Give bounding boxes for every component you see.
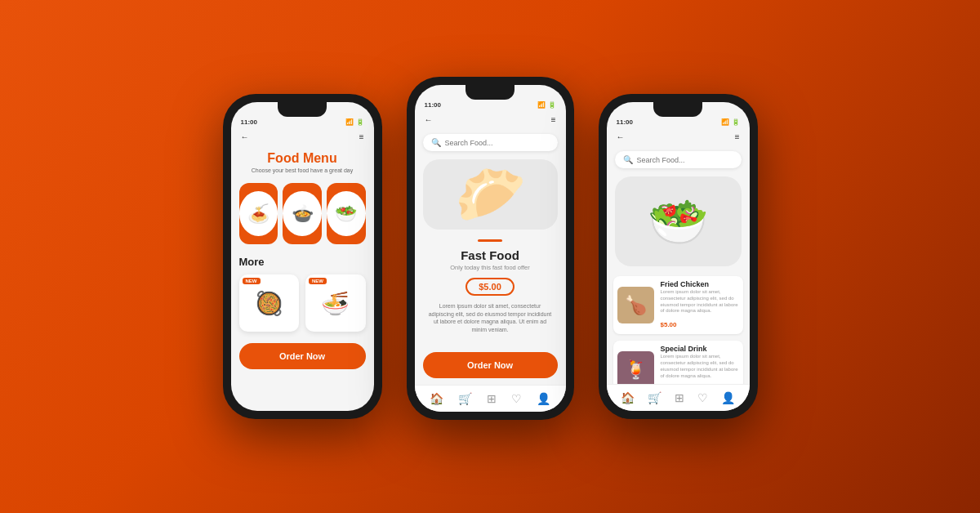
bottom-nav-2: 🏠 🛒 ⊞ ♡ 👤 (415, 385, 566, 412)
food-hero-3: 🥗 (615, 176, 742, 266)
status-icons-2: 📶 🔋 (537, 101, 556, 109)
menu-name-1: Fried Chicken (661, 280, 739, 288)
food-plate-2: 🍲 (283, 191, 322, 236)
food-description: Lorem ipsum dolor sit amet, consectetur … (426, 302, 555, 334)
nav-grid-2[interactable]: ⊞ (487, 392, 497, 405)
search-bar-2[interactable]: 🔍 (423, 134, 558, 151)
nav-grid-3[interactable]: ⊞ (675, 391, 684, 404)
nav-home-3[interactable]: 🏠 (621, 391, 635, 404)
more-cards: NEW 🥘 NEW 🍜 (239, 274, 366, 332)
more-card-1[interactable]: NEW 🥘 (239, 274, 300, 332)
food-menu-title: Food Menu (241, 151, 364, 166)
back-arrow-2[interactable]: ← (425, 115, 433, 124)
more-section: More NEW 🥘 NEW 🍜 (231, 251, 374, 337)
food-plate-3: 🥗 (327, 191, 366, 236)
bottom-nav-3: 🏠 🛒 ⊞ ♡ 👤 (607, 384, 750, 411)
notch-2 (466, 85, 514, 100)
food-hero-2: 🥟 (423, 159, 558, 230)
nav-home-2[interactable]: 🏠 (430, 392, 443, 405)
food-cards-row: 🍝 🍲 🥗 (231, 176, 374, 251)
order-btn-2[interactable]: Order Now (423, 352, 558, 378)
phone-1: 11:00 📶 🔋 ← ≡ Food Menu Choose your best… (223, 94, 382, 419)
menu-item-2[interactable]: 🍹 Special Drink Lorem ipsum dolor sit am… (613, 341, 743, 384)
time-3: 11:00 (617, 118, 633, 126)
menu-item-1[interactable]: 🍗 Fried Chicken Lorem ipsum dolor sit am… (613, 276, 743, 334)
phones-container: 11:00 📶 🔋 ← ≡ Food Menu Choose your best… (207, 77, 774, 436)
more-card-2[interactable]: NEW 🍜 (305, 274, 366, 332)
phone2-header: ← ≡ (415, 112, 566, 131)
time-2: 11:00 (425, 101, 441, 109)
food-plate-1: 🍝 (239, 191, 278, 236)
status-icons-3: 📶 🔋 (721, 118, 740, 126)
more-label: More (239, 256, 366, 268)
menu-icon-2[interactable]: ≡ (551, 115, 556, 124)
phone1-title-section: Food Menu Choose your best food have a g… (231, 148, 374, 176)
nav-user-2[interactable]: 👤 (537, 392, 550, 405)
nav-fav-2[interactable]: ♡ (511, 392, 522, 405)
menu-list: 🍗 Fried Chicken Lorem ipsum dolor sit am… (607, 271, 750, 384)
phone-3: 11:00 📶 🔋 ← ≡ 🔍 🥗 (599, 94, 758, 419)
hero-emoji-2: 🥟 (455, 161, 526, 228)
status-icons-1: 📶 🔋 (345, 118, 364, 126)
phone1-header: ← ≡ (231, 129, 374, 148)
notch-1 (278, 102, 327, 117)
search-icon-2: 🔍 (431, 138, 441, 147)
search-input-3[interactable] (637, 156, 733, 164)
hero-emoji-3: 🥗 (648, 193, 709, 251)
food-name: Fast Food (426, 248, 555, 262)
phone3-header: ← ≡ (607, 129, 750, 148)
menu-info-1: Fried Chicken Lorem ipsum dolor sit amet… (661, 280, 739, 330)
new-badge-1: NEW (243, 278, 261, 284)
menu-thumb-1: 🍗 (617, 287, 654, 323)
phone2-screen: 11:00 📶 🔋 ← ≡ 🔍 🥟 (415, 85, 566, 412)
food-detail-content: Fast Food Only today this fast food offe… (415, 234, 566, 346)
time-1: 11:00 (241, 118, 257, 126)
nav-cart-2[interactable]: 🛒 (458, 392, 472, 405)
phone1-screen: 11:00 📶 🔋 ← ≡ Food Menu Choose your best… (231, 102, 374, 411)
back-arrow-3[interactable]: ← (617, 132, 625, 141)
menu-name-2: Special Drink (661, 345, 739, 353)
menu-icon-1[interactable]: ≡ (359, 132, 364, 141)
menu-info-2: Special Drink Lorem ipsum dolor sit amet… (661, 345, 739, 384)
phone3-screen: 11:00 📶 🔋 ← ≡ 🔍 🥗 (607, 102, 750, 411)
food-menu-subtitle: Choose your best food have a great day (241, 167, 364, 173)
notch-3 (653, 102, 702, 117)
search-bar-3[interactable]: 🔍 (615, 151, 742, 168)
food-card-2[interactable]: 🍲 (283, 183, 322, 244)
search-input-2[interactable] (445, 139, 550, 147)
back-arrow-1[interactable]: ← (241, 132, 249, 141)
nav-fav-3[interactable]: ♡ (697, 391, 708, 404)
menu-desc-2: Lorem ipsum dolor sit amet, consectetur … (661, 354, 739, 379)
phone-2: 11:00 📶 🔋 ← ≡ 🔍 🥟 (407, 77, 574, 420)
menu-price-1: $5.00 (661, 321, 677, 328)
menu-desc-1: Lorem ipsum dolor sit amet, consectetur … (661, 289, 739, 314)
order-btn-1[interactable]: Order Now (239, 343, 366, 369)
menu-thumb-2: 🍹 (617, 351, 654, 384)
search-icon-3: 🔍 (623, 155, 633, 164)
accent-bar (478, 239, 502, 242)
menu-icon-3[interactable]: ≡ (735, 132, 740, 141)
new-badge-2: NEW (309, 278, 327, 284)
nav-user-3[interactable]: 👤 (721, 391, 735, 404)
nav-cart-3[interactable]: 🛒 (648, 391, 662, 404)
price-badge: $5.00 (466, 278, 514, 296)
food-card-3[interactable]: 🥗 (327, 183, 366, 244)
food-subtitle: Only today this fast food offer (426, 264, 555, 271)
food-card-1[interactable]: 🍝 (239, 183, 278, 244)
